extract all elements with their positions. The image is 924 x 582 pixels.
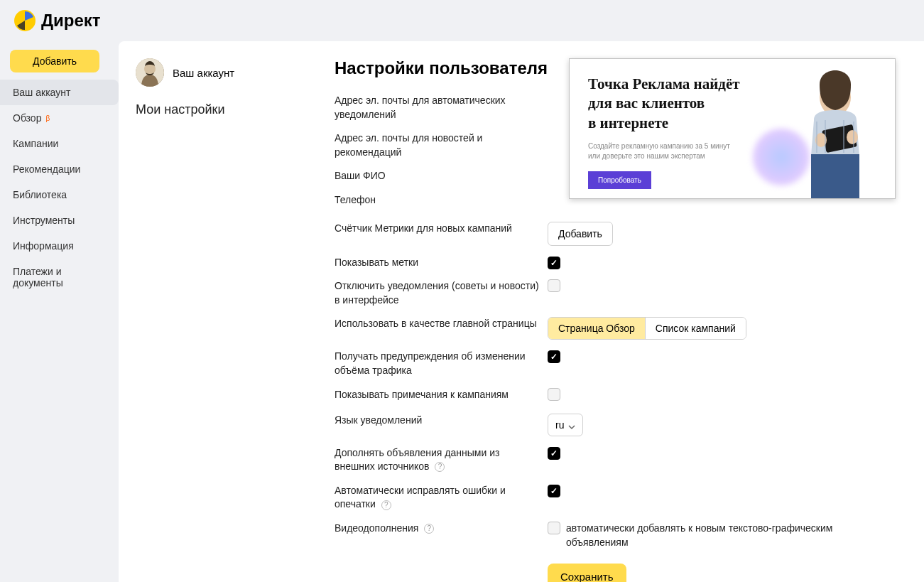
promo-cta-button[interactable]: Попробовать — [588, 171, 651, 189]
checkbox-video-ext[interactable] — [548, 522, 560, 534]
add-button[interactable]: Добавить — [10, 50, 99, 72]
label-text: Дополнять объявления данными из внешних … — [335, 447, 499, 473]
promo-title-line: в интернете — [588, 114, 668, 131]
label-text: Видеодополнения — [335, 522, 418, 534]
sidebar-item-account[interactable]: Ваш аккаунт — [0, 80, 119, 105]
sidebar-item-label: Инструменты — [13, 215, 75, 226]
svg-rect-4 — [811, 154, 859, 198]
sidebar-item-payments[interactable]: Платежи и документы — [0, 259, 119, 296]
sidebar-item-label: Ваш аккаунт — [13, 87, 70, 98]
label-email-notify: Адрес эл. почты для автоматических уведо… — [335, 94, 548, 122]
label-show-notes: Показывать примечания к кампаниям — [335, 388, 548, 402]
checkbox-show-notes[interactable] — [548, 388, 560, 401]
lang-select[interactable]: ru — [548, 414, 583, 436]
svg-point-7 — [847, 130, 858, 144]
help-icon[interactable]: ? — [381, 500, 391, 510]
homepage-option-campaigns[interactable]: Список кампаний — [645, 318, 746, 339]
settings-right-column: Настройки пользователя Адрес эл. почты д… — [335, 58, 924, 582]
chevron-down-icon — [568, 421, 575, 429]
checkbox-show-tags[interactable] — [548, 257, 560, 269]
sidebar-item-tools[interactable]: Инструменты — [0, 208, 119, 233]
sidebar: Добавить Ваш аккаунт Обзор β Кампании Ре… — [0, 38, 119, 582]
promo-title: Точка Реклама найдёт для вас клиентов в … — [588, 75, 773, 133]
page-title: Настройки пользователя — [335, 58, 548, 78]
label-traffic-warn: Получать предупреждения об изменении объ… — [335, 350, 548, 377]
beta-badge: β — [45, 114, 50, 122]
sidebar-item-label: Кампании — [13, 138, 58, 149]
settings-left-column: Ваш аккаунт Мои настройки — [136, 58, 335, 582]
sidebar-item-information[interactable]: Информация — [0, 233, 119, 259]
label-lang: Язык уведомлений — [335, 414, 548, 428]
label-email-news: Адрес эл. почты для новостей и рекоменда… — [335, 131, 548, 159]
sidebar-item-campaigns[interactable]: Кампании — [0, 131, 119, 156]
label-text: Автоматически исправлять ошибки и опечат… — [335, 485, 506, 510]
content-area: Ваш аккаунт Мои настройки Настройки поль… — [119, 41, 924, 582]
label-fio: Ваши ФИО — [335, 169, 548, 183]
account-name: Ваш аккаунт — [173, 67, 234, 79]
label-external-data: Дополнять объявления данными из внешних … — [335, 446, 548, 474]
checkbox-auto-fix[interactable] — [548, 485, 560, 497]
sidebar-item-overview[interactable]: Обзор β — [0, 105, 119, 131]
sidebar-item-label: Информация — [13, 240, 74, 252]
help-icon[interactable]: ? — [435, 462, 445, 472]
my-settings-heading: Мои настройки — [136, 102, 335, 117]
brand-name: Директ — [41, 11, 101, 31]
label-show-tags: Показывать метки — [335, 256, 548, 270]
help-icon[interactable]: ? — [424, 524, 434, 534]
sidebar-item-label: Обзор — [13, 112, 41, 124]
promo-person-image — [786, 70, 885, 198]
checkbox-external-data[interactable] — [548, 447, 560, 460]
sidebar-item-label: Рекомендации — [13, 163, 80, 175]
homepage-toggle: Страница Обзор Список кампаний — [548, 317, 746, 340]
homepage-option-overview[interactable]: Страница Обзор — [548, 318, 645, 339]
app-header: Директ — [0, 0, 924, 38]
sidebar-item-label: Библиотека — [13, 189, 67, 200]
checkbox-disable-tips[interactable] — [548, 279, 560, 292]
promo-title-line: Точка Реклама найдёт — [588, 75, 740, 92]
save-button[interactable]: Сохранить — [548, 564, 626, 582]
label-video-ext: Видеодополнения ? — [335, 522, 548, 536]
promo-title-line: для вас клиентов — [588, 95, 705, 112]
account-row: Ваш аккаунт — [136, 58, 335, 87]
sidebar-item-label: Платежи и документы — [13, 266, 106, 289]
add-metrika-button[interactable]: Добавить — [548, 222, 613, 246]
label-disable-tips: Отключить уведомления (советы и новости)… — [335, 279, 548, 307]
label-metrika: Счётчик Метрики для новых кампаний — [335, 222, 548, 236]
yandex-direct-logo-icon — [14, 10, 36, 31]
promo-subtitle: Создайте рекламную кампанию за 5 минут и… — [588, 141, 730, 161]
video-ext-checkbox-label: автоматически добавлять к новым текстово… — [566, 522, 836, 549]
sidebar-item-library[interactable]: Библиотека — [0, 182, 119, 208]
lang-value: ru — [555, 419, 564, 431]
label-phone: Телефон — [335, 193, 548, 208]
label-auto-fix: Автоматически исправлять ошибки и опечат… — [335, 484, 548, 512]
avatar — [136, 58, 164, 87]
promo-banner[interactable]: Точка Реклама найдёт для вас клиентов в … — [569, 58, 896, 199]
checkbox-traffic-warn[interactable] — [548, 350, 560, 363]
sidebar-item-recommendations[interactable]: Рекомендации — [0, 156, 119, 182]
label-homepage: Использовать в качестве главной страницы — [335, 317, 548, 331]
